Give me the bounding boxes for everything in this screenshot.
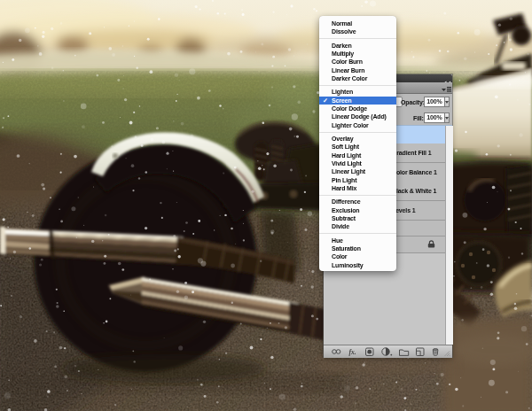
svg-text:fx.: fx.: [349, 348, 356, 356]
